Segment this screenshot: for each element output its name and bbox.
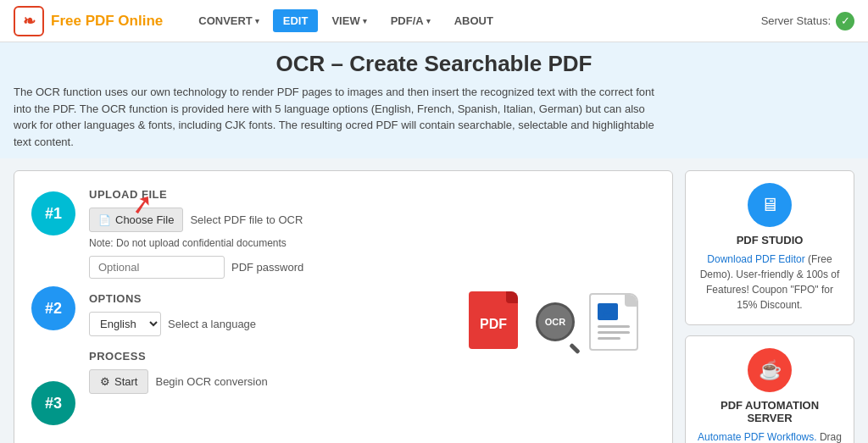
doc-line-3: [598, 337, 620, 340]
logo-area: ❧ Free PDF Online: [14, 6, 163, 36]
step-1-circle: #1: [31, 191, 75, 235]
start-hint: Begin OCR conversion: [155, 375, 267, 388]
java-icon: ☕: [748, 348, 792, 392]
language-hint: Select a language: [168, 318, 256, 330]
logo-text: Free PDF Online: [51, 13, 163, 30]
doc-icon: A: [589, 293, 638, 351]
monitor-icon: 🖥: [748, 183, 792, 227]
options-label: OPTIONS: [89, 292, 438, 305]
chevron-down-icon: ▾: [426, 17, 431, 25]
nav-pdfa[interactable]: PDF/A ▾: [381, 9, 441, 32]
chevron-down-icon: ▾: [255, 17, 259, 25]
left-panel: #1 #2 #3 UPLOAD FILE 📄 Choose File: [14, 170, 673, 443]
logo-icon: ❧: [14, 6, 44, 36]
start-row: ⚙ Start Begin OCR conversion: [89, 369, 438, 394]
language-row: English French Spanish Italian German Se…: [89, 312, 438, 336]
doc-line-2: [598, 331, 630, 334]
steps-column: #1 #2 #3: [31, 188, 75, 443]
header: ❧ Free PDF Online CONVERT ▾ EDIT VIEW ▾ …: [0, 0, 868, 42]
start-button[interactable]: ⚙ Start: [89, 369, 148, 394]
process-section: PROCESS ⚙ Start Begin OCR conversion: [89, 350, 438, 394]
pdf-studio-link[interactable]: Download PDF Editor: [707, 253, 804, 265]
page-description: The OCR function uses our own technology…: [14, 84, 658, 150]
nav-edit[interactable]: EDIT: [273, 9, 319, 32]
pdf-illustration: PDF OCR A: [452, 188, 655, 443]
password-input[interactable]: [89, 256, 225, 279]
step-2-circle: #2: [31, 286, 75, 330]
ocr-circle: OCR: [536, 302, 575, 341]
pdf-automation-body: Automate PDF Workflows. Drag & Drop Modu…: [698, 429, 842, 443]
nav-about[interactable]: ABOUT: [444, 9, 504, 32]
right-panel: 🖥 PDF STUDIO Download PDF Editor (Free D…: [685, 170, 854, 443]
file-hint: Select PDF file to OCR: [190, 213, 303, 226]
server-status-label: Server Status:: [761, 14, 831, 27]
ocr-icon: OCR: [528, 295, 582, 349]
pdf-studio-title: PDF STUDIO: [698, 234, 842, 246]
main-content: #1 #2 #3 UPLOAD FILE 📄 Choose File: [0, 158, 868, 443]
upload-note: Note: Do not upload confidential documen…: [89, 237, 438, 249]
password-row: PDF password: [89, 256, 438, 279]
magnifier-handle: [569, 342, 580, 353]
step-3-circle: #3: [31, 381, 75, 425]
nav-convert[interactable]: CONVERT ▾: [188, 9, 270, 32]
nav-view[interactable]: VIEW ▾: [321, 9, 376, 32]
server-status: Server Status: ✓: [761, 12, 854, 30]
pdf-automation-link[interactable]: Automate PDF Workflows.: [698, 431, 816, 443]
server-status-icon: ✓: [836, 12, 854, 30]
doc-line-1: [598, 325, 630, 328]
file-icon: 📄: [98, 214, 111, 226]
process-label: PROCESS: [89, 350, 438, 363]
password-label: PDF password: [231, 261, 303, 274]
form-column: UPLOAD FILE 📄 Choose File Select PDF fil…: [89, 188, 438, 443]
pdf-studio-body: Download PDF Editor (Free Demo). User-fr…: [698, 252, 842, 313]
gear-icon: ⚙: [100, 375, 110, 388]
pdf-automation-card: ☕ PDF AUTOMATION SERVER Automate PDF Wor…: [685, 335, 854, 443]
upload-section: UPLOAD FILE 📄 Choose File Select PDF fil…: [89, 188, 438, 279]
page-banner: OCR – Create Searchable PDF The OCR func…: [0, 42, 868, 158]
pdf-automation-title: PDF AUTOMATION SERVER: [698, 399, 842, 424]
file-row: 📄 Choose File Select PDF file to OCR ➘: [89, 208, 438, 232]
language-select[interactable]: English French Spanish Italian German: [89, 312, 161, 336]
pdf-icon: PDF: [469, 291, 521, 352]
doc-letter-a: A: [598, 303, 618, 320]
page-title: OCR – Create Searchable PDF: [14, 51, 854, 77]
pdf-paper: PDF: [469, 291, 518, 349]
main-nav: CONVERT ▾ EDIT VIEW ▾ PDF/A ▾ ABOUT: [188, 9, 760, 32]
chevron-down-icon: ▾: [363, 17, 367, 25]
options-section: OPTIONS English French Spanish Italian G…: [89, 292, 438, 336]
pdf-studio-card: 🖥 PDF STUDIO Download PDF Editor (Free D…: [685, 170, 854, 325]
pdf-text: PDF: [480, 317, 507, 332]
